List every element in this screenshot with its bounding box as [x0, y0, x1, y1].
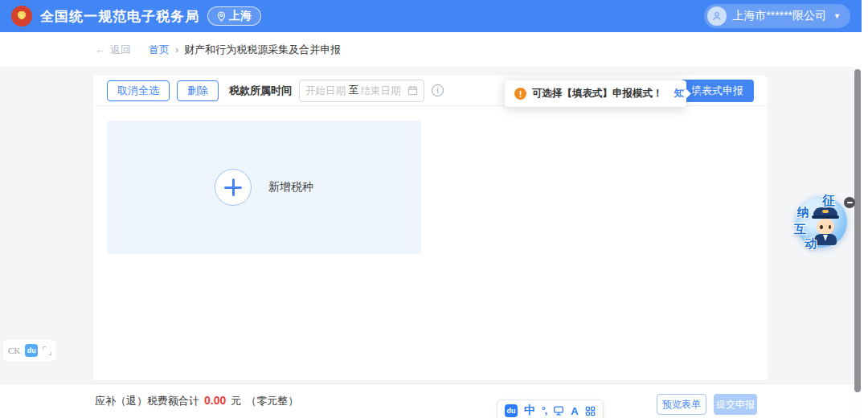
date-range-to-label: 至	[349, 84, 359, 97]
tax-period-label: 税款所属时间	[229, 84, 292, 98]
ime-chinese-mode-toggle[interactable]: 中	[524, 404, 535, 418]
back-arrow-icon: ←	[95, 43, 105, 55]
content-card: 取消全选 删除 税款所属时间 至 i 填表式申报 ! 可选择【填表式】申报模式！…	[93, 76, 768, 380]
scrollbar-thumb[interactable]	[854, 69, 861, 392]
info-icon[interactable]: i	[432, 84, 444, 96]
delete-button[interactable]: 删除	[177, 80, 219, 101]
amount-unit: 元	[231, 394, 241, 408]
chevron-down-icon: ▼	[833, 12, 841, 20]
footer-bar: 应补（退）税费额合计 0.00 元 （零元整） 预览表单 提交申报	[0, 383, 862, 418]
interaction-assistant-widget[interactable]: 征 纳 互 动	[792, 193, 849, 251]
company-name: 上海市******限公司	[732, 9, 826, 23]
submit-declaration-button[interactable]: 提交申报	[714, 394, 757, 415]
ime-status-mini-bar: CK du	[3, 340, 56, 361]
assistant-char-3: 互	[794, 222, 806, 237]
ime-punctuation-toggle[interactable]: °,	[542, 405, 547, 416]
total-amount-value: 0.00	[204, 394, 226, 407]
plus-circle[interactable]	[215, 169, 252, 206]
ime-toolbar: du 中 °, A	[497, 400, 604, 418]
total-label: 应补（退）税费额合计	[95, 394, 199, 408]
location-selector[interactable]: 上海	[207, 6, 261, 26]
warning-icon: !	[514, 88, 526, 100]
app-title: 全国统一规范电子税务局	[40, 7, 199, 26]
ime-logo-icon[interactable]: du	[505, 404, 518, 417]
ime-mini-logo-icon[interactable]: du	[25, 344, 38, 357]
person-icon	[711, 10, 723, 22]
assistant-minimize-button[interactable]	[844, 197, 855, 208]
calendar-icon[interactable]	[407, 85, 418, 96]
location-pin-icon	[217, 11, 226, 22]
ime-keyboard-icon[interactable]	[553, 405, 564, 416]
tax-items-panel: 新增税种	[107, 121, 421, 254]
plus-icon	[215, 170, 251, 205]
ime-letter-mode[interactable]: A	[571, 405, 578, 417]
user-avatar	[707, 6, 727, 26]
breadcrumb-home-link[interactable]: 首页	[149, 43, 170, 57]
top-header: ★ 全国统一规范电子税务局 上海 上海市******限公司 ▼	[0, 0, 862, 32]
account-menu[interactable]: 上海市******限公司 ▼	[704, 4, 850, 28]
breadcrumb-current-page: 财产和行为税税源采集及合并申报	[184, 43, 341, 57]
national-emblem-logo: ★	[11, 6, 32, 27]
ime-grid-menu-icon[interactable]	[585, 406, 596, 416]
assistant-char-2: 纳	[797, 205, 809, 220]
back-button[interactable]: ← 返回	[95, 43, 131, 57]
breadcrumb-separator: ›	[175, 43, 178, 55]
mode-hint-tooltip: ! 可选择【填表式】申报模式！ 知道了	[505, 80, 686, 107]
breadcrumb: ← 返回 首页 › 财产和行为税税源采集及合并申报	[0, 32, 862, 67]
back-label: 返回	[110, 43, 131, 57]
amount-in-words: （零元整）	[246, 394, 298, 408]
assistant-char-1: 征	[822, 193, 835, 210]
assistant-char-4: 动	[805, 236, 817, 252]
app-window: ★ 全国统一规范电子税务局 上海 上海市******限公司 ▼ ← 返回 首页 …	[0, 0, 868, 418]
tax-period-date-range[interactable]: 至	[299, 80, 424, 102]
total-amount-summary: 应补（退）税费额合计 0.00 元 （零元整）	[95, 394, 298, 408]
tooltip-message: 可选择【填表式】申报模式！	[532, 87, 663, 100]
ime-state-label: CK	[8, 346, 20, 355]
start-date-input[interactable]	[305, 85, 347, 96]
end-date-input[interactable]	[361, 85, 403, 96]
add-tax-type-label: 新增税种	[268, 180, 313, 195]
ime-expand-icon[interactable]	[43, 346, 51, 355]
preview-form-button[interactable]: 预览表单	[657, 394, 706, 415]
window-right-gutter	[862, 0, 868, 418]
add-tax-type-button[interactable]: 新增税种	[215, 169, 313, 206]
emblem-star-icon: ★	[18, 12, 26, 20]
location-label: 上海	[229, 9, 252, 23]
cancel-select-all-button[interactable]: 取消全选	[107, 80, 170, 101]
toolbar: 取消全选 删除 税款所属时间 至 i 填表式申报 ! 可选择【填表式】申报模式！…	[93, 76, 768, 106]
